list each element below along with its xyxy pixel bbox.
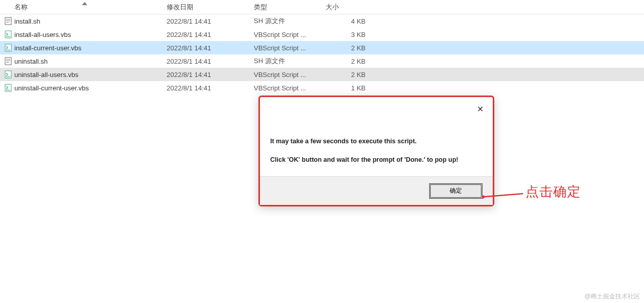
file-date: 2022/8/1 14:41 [167, 58, 254, 65]
svg-rect-15 [6, 90, 10, 90]
file-icon [3, 84, 13, 92]
file-row[interactable]: install.sh2022/8/1 14:41SH 源文件4 KB [0, 14, 644, 28]
ok-button[interactable]: 确定 [430, 184, 481, 198]
sort-ascending-icon [82, 2, 87, 5]
file-row[interactable]: uninstall-all-users.vbs2022/8/1 14:41VBS… [0, 68, 644, 81]
file-type: SH 源文件 [254, 16, 326, 26]
file-row[interactable]: uninstall.sh2022/8/1 14:41SH 源文件2 KB [0, 54, 644, 68]
file-size: 1 KB [326, 84, 372, 92]
close-icon[interactable]: ✕ [477, 104, 484, 114]
file-explorer-list: 名称 修改日期 类型 大小 install.sh2022/8/1 14:41SH… [0, 0, 644, 94]
column-header-size[interactable]: 大小 [326, 3, 372, 12]
file-icon [3, 17, 13, 25]
column-header-name[interactable]: 名称 [0, 3, 167, 12]
dialog-footer: 确定 [260, 176, 493, 205]
file-name: uninstall.sh [14, 58, 167, 65]
file-rows: install.sh2022/8/1 14:41SH 源文件4 KBinstal… [0, 14, 644, 94]
file-name: uninstall-current-user.vbs [14, 84, 167, 92]
file-size: 2 KB [326, 44, 372, 52]
file-name: install.sh [14, 17, 167, 25]
file-row[interactable]: install-all-users.vbs2022/8/1 14:41VBScr… [0, 28, 644, 41]
file-date: 2022/8/1 14:41 [167, 31, 254, 39]
svg-rect-1 [6, 19, 10, 20]
file-type: VBScript Script ... [254, 71, 326, 79]
file-row[interactable]: uninstall-current-user.vbs2022/8/1 14:41… [0, 81, 644, 94]
file-icon [3, 70, 13, 79]
file-name: install-current-user.vbs [14, 44, 167, 52]
svg-rect-5 [6, 36, 10, 37]
file-icon [3, 57, 13, 65]
file-type: VBScript Script ... [254, 44, 326, 52]
file-date: 2022/8/1 14:41 [167, 71, 254, 79]
file-type: SH 源文件 [254, 56, 326, 66]
svg-rect-2 [6, 21, 10, 21]
annotation-label: 点击确定 [526, 183, 581, 201]
dialog-message-1: It may take a few seconds to execute thi… [270, 137, 482, 146]
dialog-message-2: Click 'OK' button and wait for the promp… [270, 156, 482, 165]
file-size: 4 KB [326, 17, 372, 25]
file-size: 3 KB [326, 31, 372, 39]
file-icon [3, 44, 13, 52]
file-name: uninstall-all-users.vbs [14, 71, 167, 79]
file-date: 2022/8/1 14:41 [167, 84, 254, 92]
script-dialog: ✕ It may take a few seconds to execute t… [258, 96, 494, 206]
file-row[interactable]: install-current-user.vbs2022/8/1 14:41VB… [0, 41, 644, 54]
svg-rect-3 [6, 22, 9, 23]
column-name-label: 名称 [14, 3, 28, 11]
file-type: VBScript Script ... [254, 84, 326, 92]
file-name: install-all-users.vbs [14, 31, 167, 39]
watermark-text: @稀土掘金技术社区 [585, 292, 640, 301]
svg-rect-11 [6, 62, 9, 63]
column-header-date[interactable]: 修改日期 [167, 3, 254, 12]
file-date: 2022/8/1 14:41 [167, 17, 254, 25]
column-headers: 名称 修改日期 类型 大小 [0, 0, 644, 14]
svg-rect-13 [6, 77, 10, 77]
file-size: 2 KB [326, 58, 372, 65]
svg-rect-7 [6, 50, 10, 50]
file-icon [3, 30, 13, 39]
file-size: 2 KB [326, 71, 372, 79]
svg-rect-10 [6, 61, 10, 61]
dialog-body: It may take a few seconds to execute thi… [260, 97, 493, 164]
file-date: 2022/8/1 14:41 [167, 44, 254, 52]
column-header-type[interactable]: 类型 [254, 3, 326, 12]
svg-rect-9 [6, 59, 10, 60]
file-type: VBScript Script ... [254, 31, 326, 39]
